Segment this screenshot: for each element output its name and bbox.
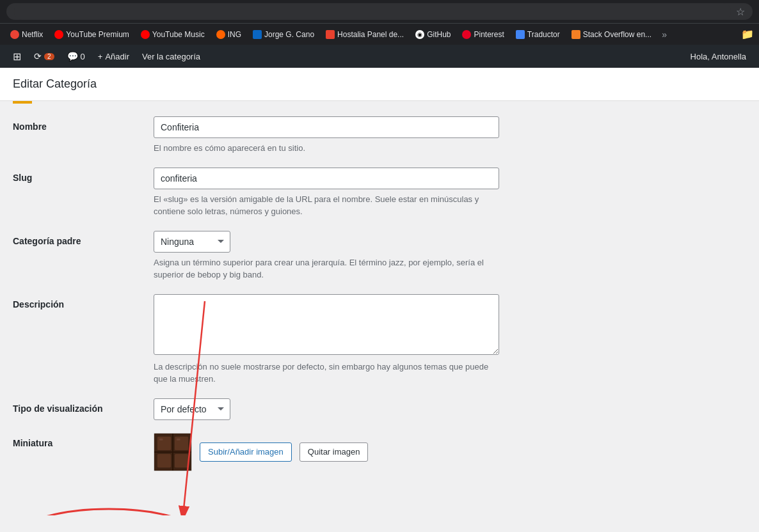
descripcion-label: Descripción	[13, 294, 154, 309]
updates-item[interactable]: ⟳ 2	[28, 45, 61, 68]
svg-point-11	[16, 509, 202, 515]
wp-logo-item[interactable]: ⊞	[6, 45, 28, 68]
bookmark-netflix-label: Netflix	[22, 30, 43, 39]
comments-item[interactable]: 💬 0	[61, 45, 92, 68]
bookmark-youtube-premium-label: YouTube Premium	[66, 30, 129, 39]
categoria-padre-row: Categoría padre Ninguna Asigna un términ…	[13, 231, 746, 281]
bookmark-hostalia[interactable]: Hostalia Panel de...	[321, 28, 409, 41]
svg-rect-4	[175, 453, 188, 467]
add-item[interactable]: + Añadir	[92, 45, 136, 68]
stackoverflow-icon	[571, 30, 580, 39]
categoria-padre-select[interactable]: Ninguna	[154, 231, 230, 253]
descripcion-hint: La descripción no suele mostrarse por de…	[154, 361, 499, 386]
slug-field: El «slug» es la versión amigable de la U…	[154, 168, 746, 218]
bookmark-ing[interactable]: ING	[211, 28, 246, 41]
pinterest-icon	[462, 30, 471, 39]
tipo-visualizacion-select[interactable]: Por defecto	[154, 398, 230, 420]
bookmarks-folder-icon[interactable]: 📁	[741, 28, 754, 40]
greeting-text: Hola, Antonella	[691, 52, 746, 61]
bookmark-jorge-label: Jorge G. Cano	[264, 30, 314, 39]
nombre-hint: El nombre es cómo aparecerá en tu sitio.	[154, 142, 499, 155]
bookmark-github-label: GitHub	[427, 30, 451, 39]
netflix-icon	[10, 30, 19, 39]
miniatura-label: Miniatura	[13, 433, 154, 448]
thumbnail-image	[154, 433, 192, 471]
page-title: Editar Categoría	[13, 77, 746, 91]
updates-icon: ⟳	[34, 51, 42, 61]
bookmark-hostalia-label: Hostalia Panel de...	[337, 30, 404, 39]
form-area: Nombre El nombre es cómo aparecerá en tu…	[0, 104, 759, 497]
descripcion-field: La descripción no suele mostrarse por de…	[154, 294, 746, 386]
tipo-visualizacion-row: Tipo de visualización Por defecto	[13, 398, 746, 420]
main-layout: Editar Categoría Nombre El nombre es cóm…	[0, 68, 759, 515]
bookmark-stackoverflow-label: Stack Overflow en...	[583, 30, 651, 39]
browser-chrome: term.php?taxonomy=product_cat&tag_ID=24&…	[0, 0, 759, 23]
wp-admin-bar: ⊞ ⟳ 2 💬 0 + Añadir Ver la categoría Hola…	[0, 45, 759, 68]
bookmark-pinterest-label: Pinterest	[474, 30, 504, 39]
bookmark-star-icon[interactable]: ☆	[736, 6, 745, 18]
youtube-premium-icon	[54, 30, 63, 39]
wp-logo-icon: ⊞	[13, 51, 21, 63]
linkedin-icon	[253, 30, 262, 39]
bookmark-netflix[interactable]: Netflix	[5, 28, 48, 41]
bookmark-ing-label: ING	[228, 30, 241, 39]
categoria-padre-field: Ninguna Asigna un término superior para …	[154, 231, 746, 281]
thumbnail-svg	[154, 433, 191, 471]
bookmark-traductor[interactable]: Traductor	[511, 28, 565, 41]
upload-image-button[interactable]: Subir/Añadir imagen	[200, 442, 292, 462]
bookmark-pinterest[interactable]: Pinterest	[457, 28, 509, 41]
add-label: Añadir	[105, 52, 129, 61]
miniatura-content: Subir/Añadir imagen Quitar imagen	[154, 433, 368, 471]
miniatura-row: Miniatura	[13, 433, 746, 471]
bookmark-youtube-music-label: YouTube Music	[152, 30, 205, 39]
youtube-music-icon	[141, 30, 150, 39]
svg-rect-7	[159, 438, 163, 440]
wp-main-content: Editar Categoría Nombre El nombre es cóm…	[0, 68, 759, 515]
slug-input[interactable]	[154, 168, 499, 189]
slug-row: Slug El «slug» es la versión amigable de…	[13, 168, 746, 218]
slug-hint: El «slug» es la versión amigable de la U…	[154, 193, 499, 218]
greeting: Hola, Antonella	[684, 52, 753, 61]
nombre-row: Nombre El nombre es cómo aparecerá en tu…	[13, 116, 746, 155]
bookmark-youtube-premium[interactable]: YouTube Premium	[49, 28, 134, 41]
more-bookmarks-button[interactable]: »	[658, 27, 671, 42]
comments-icon: 💬	[67, 51, 78, 61]
page-header: Editar Categoría	[0, 68, 759, 101]
remove-image-button[interactable]: Quitar imagen	[300, 442, 369, 462]
nombre-field: El nombre es cómo aparecerá en tu sitio.	[154, 116, 746, 155]
add-icon: +	[98, 52, 103, 61]
bookmark-jorge[interactable]: Jorge G. Cano	[248, 28, 319, 41]
categoria-padre-label: Categoría padre	[13, 231, 154, 246]
ing-icon	[216, 30, 225, 39]
hostalia-icon	[326, 30, 335, 39]
svg-rect-3	[157, 453, 171, 467]
descripcion-row: Descripción La descripción no suele most…	[13, 294, 746, 386]
descripcion-textarea[interactable]	[154, 294, 499, 355]
slug-label: Slug	[13, 168, 154, 183]
bookmark-stackoverflow[interactable]: Stack Overflow en...	[566, 28, 657, 41]
bookmarks-bar: Netflix YouTube Premium YouTube Music IN…	[0, 23, 759, 45]
view-category-item[interactable]: Ver la categoría	[136, 45, 207, 68]
updates-count: 2	[44, 53, 54, 60]
bookmark-github[interactable]: ◉ GitHub	[410, 28, 456, 41]
nombre-label: Nombre	[13, 116, 154, 132]
url-bar[interactable]: term.php?taxonomy=product_cat&tag_ID=24&…	[14, 3, 731, 20]
nombre-input[interactable]	[154, 116, 499, 138]
view-category-label: Ver la categoría	[142, 52, 200, 61]
svg-rect-8	[177, 438, 180, 440]
comments-count: 0	[81, 52, 85, 61]
github-icon: ◉	[415, 30, 424, 39]
translate-icon	[516, 30, 525, 39]
categoria-padre-hint: Asigna un término superior para crear un…	[154, 256, 499, 281]
tipo-visualizacion-field: Por defecto	[154, 398, 746, 420]
bookmark-traductor-label: Traductor	[527, 30, 560, 39]
bookmark-youtube-music[interactable]: YouTube Music	[136, 28, 210, 41]
tipo-visualizacion-label: Tipo de visualización	[13, 398, 154, 414]
